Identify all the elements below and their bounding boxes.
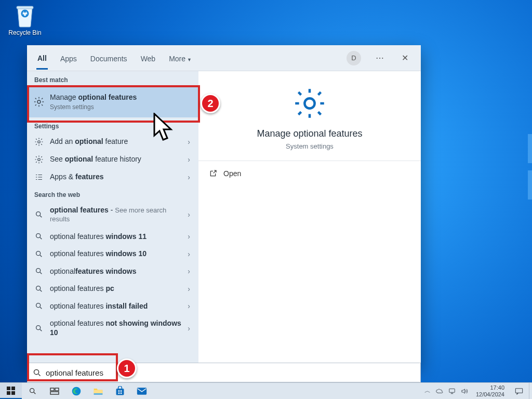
section-settings: Settings (27, 117, 198, 133)
svg-point-12 (34, 369, 38, 374)
svg-rect-23 (94, 393, 103, 395)
svg-rect-20 (50, 392, 59, 394)
svg-point-11 (304, 98, 314, 108)
tray-chevron-icon[interactable]: ︿ (424, 387, 431, 395)
edge-icon (71, 386, 82, 396)
tab-all[interactable]: All (36, 47, 48, 70)
task-view-icon (50, 388, 59, 395)
svg-rect-0 (17, 6, 33, 9)
close-icon[interactable]: ✕ (398, 51, 411, 65)
taskbar-app-explorer[interactable] (87, 383, 109, 399)
tab-apps[interactable]: Apps (59, 47, 78, 69)
recycle-bin[interactable]: Recycle Bin (6, 3, 44, 36)
folder-icon (93, 387, 103, 396)
search-icon (33, 324, 45, 332)
svg-point-9 (36, 303, 41, 308)
chevron-right-icon: › (188, 173, 192, 181)
chevron-right-icon: › (188, 267, 192, 275)
svg-point-1 (37, 100, 41, 103)
svg-rect-25 (118, 390, 120, 392)
notifications-icon[interactable] (512, 388, 526, 395)
volume-icon[interactable] (460, 388, 468, 395)
svg-rect-27 (118, 392, 120, 394)
chevron-right-icon: › (188, 155, 192, 164)
more-options-icon[interactable]: ⋯ (373, 51, 387, 65)
svg-rect-19 (55, 388, 59, 391)
search-icon (33, 302, 45, 310)
svg-point-7 (36, 269, 41, 273)
web-result-2[interactable]: optional features windows 10 › (27, 245, 198, 263)
result-add-optional-feature[interactable]: Add an optional feature › (27, 133, 198, 151)
svg-point-8 (36, 286, 41, 290)
chevron-right-icon: › (188, 138, 192, 146)
user-avatar[interactable]: D (347, 51, 361, 65)
onedrive-icon[interactable] (435, 388, 444, 394)
svg-rect-26 (121, 390, 122, 392)
svg-point-10 (36, 325, 41, 329)
svg-rect-24 (116, 389, 124, 395)
svg-point-6 (36, 251, 41, 255)
svg-rect-28 (121, 392, 122, 394)
svg-point-5 (36, 234, 41, 238)
tab-documents[interactable]: Documents (89, 47, 128, 69)
search-icon (33, 232, 45, 241)
search-icon (29, 387, 37, 395)
svg-rect-31 (515, 388, 522, 393)
web-result-0[interactable]: optional features - See more search resu… (27, 202, 198, 228)
web-result-4[interactable]: optional features pc › (27, 280, 198, 298)
section-web: Search the web (27, 186, 198, 202)
open-external-icon (209, 169, 217, 178)
preview-subtitle: System settings (286, 142, 334, 150)
chevron-down-icon: ▼ (187, 57, 192, 62)
show-desktop-button[interactable] (529, 383, 532, 400)
taskbar-app-edge[interactable] (65, 383, 87, 399)
mail-icon (137, 387, 147, 395)
section-best-match: Best match (27, 71, 198, 87)
search-scope-tabs: All Apps Documents Web More▼ D ⋯ ✕ (27, 45, 421, 71)
svg-rect-13 (7, 387, 10, 390)
result-optional-feature-history[interactable]: See optional feature history › (27, 151, 198, 168)
tab-more[interactable]: More▼ (168, 47, 193, 69)
chevron-right-icon: › (188, 250, 192, 258)
recycle-bin-icon (12, 3, 37, 28)
result-manage-optional-features[interactable]: Manage optional features System settings (27, 87, 198, 117)
open-action[interactable]: Open (198, 161, 421, 186)
result-apps-and-features[interactable]: Apps & features › (27, 168, 198, 186)
decorative-accent (528, 134, 532, 163)
recycle-bin-label: Recycle Bin (6, 29, 44, 36)
svg-rect-30 (449, 389, 455, 392)
gear-icon (33, 96, 45, 108)
web-result-3[interactable]: optionalfeatures windows › (27, 263, 198, 281)
results-list: Best match Manage optional features Syst… (27, 71, 198, 366)
taskbar-clock[interactable]: 17:40 12/04/2024 (473, 384, 508, 397)
decorative-accent (528, 170, 532, 200)
svg-rect-14 (11, 387, 15, 390)
preview-title: Manage optional features (257, 128, 362, 139)
svg-point-3 (38, 158, 41, 161)
result-title: Manage optional features System settings (50, 93, 192, 111)
web-result-5[interactable]: optional features install failed › (27, 298, 198, 315)
chevron-right-icon: › (188, 232, 192, 241)
taskbar-app-store[interactable] (109, 383, 131, 399)
preview-pane: Manage optional features System settings… (198, 71, 421, 366)
start-search-panel: All Apps Documents Web More▼ D ⋯ ✕ Best … (27, 45, 421, 366)
chevron-right-icon: › (188, 302, 192, 310)
search-icon (33, 250, 45, 258)
taskbar-search-button[interactable] (22, 383, 44, 399)
search-icon (33, 210, 45, 219)
svg-rect-16 (11, 391, 15, 395)
chevron-right-icon: › (188, 210, 192, 219)
web-result-1[interactable]: optional features windows 11 › (27, 228, 198, 246)
start-button[interactable] (0, 383, 22, 399)
store-icon (115, 386, 125, 396)
network-icon[interactable] (448, 388, 456, 395)
svg-rect-18 (50, 388, 54, 391)
svg-point-2 (38, 140, 41, 143)
taskbar-app-mail[interactable] (131, 383, 153, 399)
svg-rect-29 (137, 388, 147, 394)
task-view-button[interactable] (44, 383, 65, 399)
tab-web[interactable]: Web (140, 47, 157, 69)
search-input[interactable] (46, 368, 415, 377)
web-result-6[interactable]: optional features not showing windows 10… (27, 315, 198, 341)
search-input-bar[interactable] (27, 363, 421, 382)
